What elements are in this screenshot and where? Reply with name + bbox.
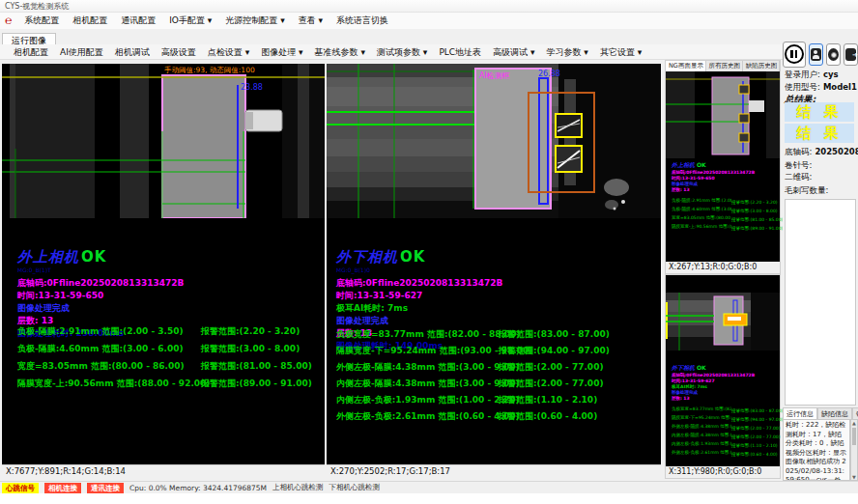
menu-item-camera-config[interactable]: 相机配置 (66, 13, 114, 29)
toolbar-spot-check[interactable]: 点检设置 ▾ (202, 44, 255, 60)
mini-alarm: 报警范围:(94.00 - 97.00) (731, 417, 783, 422)
settings-button[interactable] (826, 43, 841, 66)
tab-run-info[interactable]: 运行信息 (783, 407, 817, 419)
pause-button[interactable] (783, 42, 806, 68)
model-label: 使用型号: (785, 82, 820, 92)
mini-alarm: 报警范围:(2.00 - 77.00) (731, 434, 780, 439)
thumbnail-image-lower[interactable] (666, 293, 780, 354)
measure-value: 外侧左极-负极:2.61mm 范围:(0.60 - 4.00) (336, 408, 499, 425)
mini-measure: 内侧左极-隔膜:4.38mm 范围:(3.00 - 9.00) (672, 432, 731, 438)
mini-alarm: 报警范围:(81.00 - 85.00) (731, 217, 783, 222)
result-badge-1: 结 果 (785, 102, 854, 122)
thumbnail-image-upper[interactable] (666, 71, 780, 162)
scrollbar-thumb[interactable] (852, 428, 856, 445)
log-scrollbar[interactable]: ▲ ▼ (850, 419, 858, 481)
camera-result-ok: OK (81, 248, 106, 266)
pixel-coordinate-status: X:270;Y:2502;R:17;G:17;B:17 (327, 464, 661, 477)
thumbnail-panel-upper[interactable]: NG画面显示 所有历史图 缺陷历史图 (665, 60, 781, 274)
pixel-coordinate-status: X:311;Y:980;R:0;G:0;B:0 (666, 466, 780, 478)
tab-defect-info[interactable]: 缺陷信息 (817, 407, 852, 419)
thumbnail-overlay-text: 外上相机OK 底轴码:0Ffline2025020813313472B 时间:1… (672, 161, 783, 232)
mini-alarm: 报警范围:(1.10 - 2.10) (731, 443, 778, 448)
camera-image-lower[interactable]: AI检测框 26.88 (327, 64, 661, 218)
toolbar-camera-config[interactable]: 相机配置 (8, 44, 54, 60)
lower-camera-heartbeat-status: 下相机心跳检测 (329, 483, 381, 492)
mini-result: OK (697, 364, 706, 371)
mini-alarm: 报警范围:(3.00 - 8.00) (731, 209, 778, 213)
app-window: CYS-视觉检测系统 ℮ 系统配置 相机配置 通讯配置 IO手配置 ▾ 光源控制… (0, 0, 858, 504)
user-icon (811, 48, 821, 61)
menu-item-light-config[interactable]: 光源控制配置 ▾ (218, 13, 291, 29)
toolbar-advanced-debug[interactable]: 高级调试 ▾ (487, 44, 540, 60)
gear-icon (828, 48, 839, 61)
info-tabs: 运行信息 缺陷信息 错误信息 (783, 407, 858, 419)
toolbar-learn-params[interactable]: 学习参数 ▾ (541, 44, 594, 60)
toolbar-other-settings[interactable]: 其它设置 ▾ (594, 44, 647, 60)
toolbar-camera-debug[interactable]: 相机调试 (109, 44, 156, 60)
exit-button[interactable]: ➜ (844, 43, 858, 66)
pause-icon (785, 44, 804, 64)
model-row: 使用型号:Model1 (785, 82, 857, 94)
measurement-row: 隔膜宽度-上:90.56mm 范围:(88.00 - 92.00)报警范围:(8… (17, 375, 312, 392)
tab-all-history[interactable]: 所有历史图 (706, 61, 743, 71)
menu-item-io-config[interactable]: IO手配置 ▾ (162, 13, 218, 29)
measurement-row: 负极宽度=83.77mm 范围:(82.00 - 88.00)报警范围:(83.… (336, 326, 610, 343)
alarm-range: 报警范围:(94.00 - 97.00) (499, 346, 610, 355)
mini-alarm: 报警范围:(83.00 - 87.00) (731, 408, 783, 413)
camera-time: 时间:13-31-59-627 (336, 290, 502, 302)
blue-measure-value: 23.88 (241, 83, 263, 92)
camera-code: 底轴码:0Ffline2025020813313472B (336, 277, 502, 290)
menu-item-language[interactable]: 系统语言切换 (329, 13, 395, 29)
menu-item-comm-config[interactable]: 通讯配置 (114, 13, 162, 29)
mini-camera-title: 外上相机 (672, 161, 695, 168)
camera-panel-lower: AI检测框 26.88 外下相机OK MG:0_B(1 (327, 64, 661, 477)
window-bottom-margin (0, 493, 858, 504)
camera-panel-upper: 23.88 手动阈值:93, 动态阈值:100 外上相机OK MG:0_B(1)… (2, 64, 325, 477)
toolbar-image-process[interactable]: 图像处理 ▾ (255, 44, 308, 60)
measurement-row: 隔膜宽度-下=95.24mm 范围:(93.00 - 98.00)报警范围:(9… (336, 343, 610, 359)
scroll-up-icon[interactable]: ▲ (852, 420, 856, 426)
measure-value: 隔膜宽度-上:90.56mm 范围:(88.00 - 92.00) (17, 375, 201, 392)
burr-count-label: 毛刺写数量: (785, 185, 828, 197)
alarm-range: 报警范围:(83.00 - 87.00) (499, 329, 610, 339)
menu-item-view[interactable]: 查看 ▾ (292, 13, 329, 29)
measure-value: 负极-隔膜:4.60mm 范围:(3.00 - 6.00) (17, 340, 201, 357)
alarm-range: 报警范围:(0.60 - 4.00) (499, 411, 597, 421)
user-button[interactable] (809, 43, 823, 66)
mini-camera-title: 外下相机 (672, 364, 695, 371)
toolbar-test-params[interactable]: 测试项参数 ▾ (371, 44, 433, 60)
side-panel: ➜ 登录用户:cys 使用型号:Model1 总结果: 结 果 结 果 底轴码:… (783, 39, 858, 481)
toolbar-plc-table[interactable]: PLC地址表 (433, 44, 487, 60)
measurement-list: 负极-隔膜:2.91mm 范围:(2.00 - 3.50)报警范围:(2.20 … (17, 322, 312, 392)
thumbnail-tabs: NG画面显示 所有历史图 缺陷历史图 (666, 61, 780, 71)
alarm-range: 报警范围:(2.00 - 77.00) (499, 378, 604, 388)
result-badge-2: 结 果 (785, 124, 854, 143)
menu-item-system-config[interactable]: 系统配置 (17, 13, 66, 29)
measurement-row: 宽度=83.05mm 范围:(80.00 - 86.00)报警范围:(81.00… (17, 357, 312, 375)
measurement-row: 外侧左极-隔膜:4.38mm 范围:(3.00 - 9.00)报警范围:(2.0… (336, 359, 610, 376)
toolbar-ai-config[interactable]: AI使用配置 (54, 44, 109, 60)
result-list-box[interactable] (785, 199, 856, 406)
tab-defect-history[interactable]: 缺陷历史图 (743, 61, 780, 71)
cpu-memory-status: Cpu: 0.0% Memory: 3424.41796875M (129, 484, 267, 492)
control-buttons: ➜ (783, 41, 858, 68)
tab-error-info[interactable]: 错误信息 (852, 407, 858, 419)
mini-measure: 内侧左极-负极:1.93mm 范围:(1.00 - 2.20) (672, 440, 731, 447)
pixel-coordinate-status: X:267;Y:13;R:0;G:0;B:0 (666, 262, 780, 273)
scroll-down-icon[interactable]: ▼ (852, 474, 856, 480)
measure-value: 隔膜宽度-下=95.24mm 范围:(93.00 - 98.00) (336, 343, 499, 359)
comm-status-badge: 通讯连接 (87, 483, 124, 493)
mini-measure: 负极-隔膜:2.91mm 范围:(2.00 - 3.50) (672, 197, 731, 204)
measure-value: 外侧左极-隔膜:4.38mm 范围:(3.00 - 9.00) (336, 359, 499, 376)
alarm-range: 报警范围:(1.10 - 2.10) (499, 395, 597, 405)
login-user-label: 登录用户: (785, 70, 820, 79)
toolbar-advanced-settings[interactable]: 高级设置 (156, 44, 202, 60)
thumbnail-panel-lower[interactable]: 外下相机OK 底轴码:0Ffline2025020813313472B 时间:1… (665, 274, 781, 479)
measure-value: 负极宽度=83.77mm 范围:(82.00 - 88.00) (336, 326, 499, 343)
thumbnail-overlay-text: 外下相机OK 底轴码:0Ffline2025020813313472B 时间:1… (672, 364, 783, 458)
log-output: 耗时：222，缺陷检测耗时：17，缺陷分类耗时：0，缺陷视频分区耗时：显示图像取… (783, 419, 850, 481)
tab-ng-display[interactable]: NG画面显示 (666, 61, 706, 71)
mini-alarm: 报警范围:(2.20 - 3.20) (731, 200, 778, 205)
camera-image-upper[interactable]: 23.88 手动阈值:93, 动态阈值:100 (2, 64, 325, 218)
toolbar-baseline-params[interactable]: 基准线参数 ▾ (309, 44, 371, 60)
